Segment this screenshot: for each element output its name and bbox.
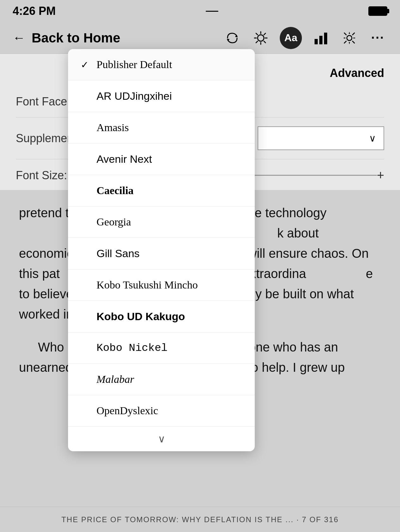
rotate-icon[interactable] (223, 28, 242, 48)
svg-line-5 (256, 33, 258, 35)
status-icons (206, 11, 218, 12)
nav-right: Aa ··· (223, 27, 387, 49)
font-item[interactable]: ✓AR UDJingxihei (68, 80, 255, 112)
font-name-label: OpenDyslexic (97, 405, 242, 417)
status-time: 4:26 PM (13, 4, 56, 18)
svg-rect-10 (319, 36, 322, 44)
svg-rect-9 (315, 39, 318, 44)
svg-point-12 (347, 35, 352, 41)
back-arrow-icon[interactable]: ← (13, 31, 25, 45)
svg-line-7 (264, 33, 266, 35)
font-items-list: ✓Publisher Default✓AR UDJingxihei✓Amasis… (68, 49, 255, 426)
font-name-label: Publisher Default (97, 59, 242, 71)
font-name-label: Kobo Nickel (97, 342, 242, 354)
svg-rect-11 (324, 33, 327, 44)
gear-icon[interactable] (340, 28, 359, 48)
font-dropdown: ✓Publisher Default✓AR UDJingxihei✓Amasis… (68, 49, 255, 451)
font-name-label: Georgia (97, 216, 242, 228)
font-name-label: Malabar (97, 373, 242, 385)
font-name-label: Caecilia (97, 185, 242, 197)
font-item[interactable]: ✓OpenDyslexic (68, 395, 255, 426)
book-footer-text: THE PRICE OF TOMORROW: WHY DEFLATION IS … (61, 515, 339, 524)
font-item[interactable]: ✓Amasis (68, 112, 255, 143)
more-options-icon[interactable]: ··· (368, 28, 387, 48)
font-item[interactable]: ✓Georgia (68, 206, 255, 238)
svg-line-6 (264, 41, 266, 43)
font-name-label: AR UDJingxihei (97, 90, 242, 102)
chart-icon[interactable] (311, 28, 330, 48)
status-bar: 4:26 PM (0, 0, 400, 22)
font-name-label: Kobo Tsukushi Mincho (97, 279, 242, 291)
brightness-icon[interactable] (251, 28, 270, 48)
font-settings-button[interactable]: Aa (280, 27, 302, 49)
back-to-home-button[interactable]: Back to Home (32, 30, 120, 46)
svg-point-0 (258, 35, 264, 41)
font-item[interactable]: ✓Publisher Default (68, 49, 255, 80)
font-face-label: Font Face: (16, 95, 70, 108)
book-footer: THE PRICE OF TOMORROW: WHY DEFLATION IS … (0, 507, 400, 532)
font-item[interactable]: ✓Malabar (68, 364, 255, 395)
font-item[interactable]: ✓Kobo UD Kakugo (68, 301, 255, 332)
font-name-label: Amasis (97, 122, 242, 134)
nav-left: ← Back to Home (13, 30, 120, 46)
show-more-fonts-icon[interactable]: ∨ (158, 433, 165, 445)
font-dropdown-more[interactable]: ∨ (68, 426, 255, 451)
advanced-button[interactable]: Advanced (330, 66, 384, 80)
font-name-label: Avenir Next (97, 153, 242, 165)
signal-icon (206, 11, 218, 12)
font-name-label: Kobo UD Kakugo (97, 310, 242, 323)
font-icon-label: Aa (284, 32, 297, 44)
font-item[interactable]: ✓Gill Sans (68, 238, 255, 269)
font-size-label: Font Size: (16, 169, 67, 182)
font-item[interactable]: ✓Kobo Tsukushi Mincho (68, 269, 255, 301)
font-checkmark-icon: ✓ (81, 59, 93, 70)
battery-icon (368, 6, 387, 16)
font-item[interactable]: ✓Avenir Next (68, 143, 255, 175)
svg-line-8 (256, 41, 258, 43)
supplemental-dropdown[interactable]: ∨ (258, 126, 384, 150)
font-item[interactable]: ✓Kobo Nickel (68, 332, 255, 364)
font-item[interactable]: ✓Caecilia (68, 175, 255, 206)
dropdown-chevron-icon: ∨ (369, 133, 376, 144)
font-name-label: Gill Sans (97, 247, 242, 260)
font-size-increase-button[interactable]: + (377, 168, 384, 182)
